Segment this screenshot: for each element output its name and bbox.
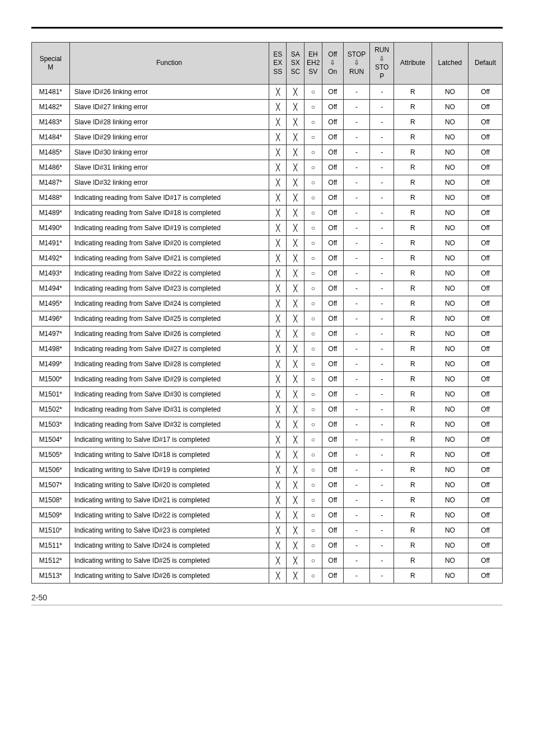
cell-special-m: M1484* <box>32 130 70 145</box>
cell-run: - <box>370 417 394 432</box>
header-special-m: SpecialM <box>32 43 70 85</box>
cell-stop: - <box>343 508 369 523</box>
cell-run: - <box>370 387 394 402</box>
cell-sa: ╳ <box>287 568 305 584</box>
table-row: M1500*Indicating reading from Salve ID#2… <box>32 372 503 387</box>
cell-stop: - <box>343 342 369 357</box>
cell-eh: ○ <box>305 523 322 538</box>
table-row: M1494*Indicating reading from Salve ID#2… <box>32 281 503 296</box>
cell-special-m: M1498* <box>32 342 70 357</box>
cell-latched: NO <box>432 281 468 296</box>
cell-sa: ╳ <box>287 251 305 266</box>
cell-off: Off <box>322 478 343 493</box>
cell-default: Off <box>469 447 503 463</box>
cell-attribute: R <box>394 190 432 206</box>
cell-special-m: M1504* <box>32 432 70 447</box>
page-number: 2-50 <box>31 593 47 602</box>
table-row: M1485*Slave ID#30 linking error╳╳○Off--R… <box>32 145 503 160</box>
cell-latched: NO <box>432 100 468 115</box>
cell-stop: - <box>343 115 369 130</box>
cell-attribute: R <box>394 508 432 523</box>
cell-default: Off <box>469 402 503 417</box>
cell-special-m: M1507* <box>32 478 70 493</box>
table-row: M1509*Indicating writing to Salve ID#22 … <box>32 508 503 523</box>
cell-special-m: M1491* <box>32 236 70 251</box>
cell-es: ╳ <box>269 100 287 115</box>
header-latched-label: Latched <box>438 59 462 67</box>
table-row: M1499*Indicating reading from Salve ID#2… <box>32 357 503 372</box>
cell-run: - <box>370 115 394 130</box>
cell-es: ╳ <box>269 523 287 538</box>
cell-stop: - <box>343 85 369 100</box>
cell-sa: ╳ <box>287 100 305 115</box>
cell-eh: ○ <box>305 296 322 311</box>
cell-default: Off <box>469 523 503 538</box>
cell-es: ╳ <box>269 553 287 568</box>
cell-eh: ○ <box>305 447 322 463</box>
cell-stop: - <box>343 160 369 175</box>
cell-special-m: M1494* <box>32 281 70 296</box>
header-attribute-label: Attribute <box>400 59 425 67</box>
cell-attribute: R <box>394 175 432 190</box>
cell-run: - <box>370 357 394 372</box>
cell-function: Slave ID#31 linking error <box>69 160 269 175</box>
cell-latched: NO <box>432 251 468 266</box>
cell-stop: - <box>343 251 369 266</box>
cell-function: Indicating reading from Salve ID#23 is c… <box>69 281 269 296</box>
cell-latched: NO <box>432 236 468 251</box>
cell-function: Indicating reading from Salve ID#31 is c… <box>69 402 269 417</box>
cell-function: Indicating writing to Salve ID#24 is com… <box>69 538 269 553</box>
cell-latched: NO <box>432 523 468 538</box>
cell-function: Indicating reading from Salve ID#26 is c… <box>69 326 269 342</box>
cell-attribute: R <box>394 296 432 311</box>
cell-function: Indicating reading from Salve ID#20 is c… <box>69 236 269 251</box>
header-off-label: Off <box>328 50 337 58</box>
cell-attribute: R <box>394 281 432 296</box>
cell-stop: - <box>343 523 369 538</box>
cell-sa: ╳ <box>287 372 305 387</box>
cell-es: ╳ <box>269 236 287 251</box>
cell-es: ╳ <box>269 357 287 372</box>
cell-special-m: M1485* <box>32 145 70 160</box>
cell-attribute: R <box>394 145 432 160</box>
cell-run: - <box>370 251 394 266</box>
cell-run: - <box>370 175 394 190</box>
cell-function: Slave ID#30 linking error <box>69 145 269 160</box>
cell-stop: - <box>343 326 369 342</box>
cell-eh: ○ <box>305 387 322 402</box>
cell-es: ╳ <box>269 160 287 175</box>
cell-default: Off <box>469 432 503 447</box>
header-on-label: On <box>328 68 337 76</box>
table-row: M1504*Indicating writing to Salve ID#17 … <box>32 432 503 447</box>
header-eh-eh2-sv: EHEH2SV <box>305 43 322 85</box>
table-row: M1508*Indicating writing to Salve ID#21 … <box>32 493 503 508</box>
cell-es: ╳ <box>269 281 287 296</box>
cell-off: Off <box>322 387 343 402</box>
cell-default: Off <box>469 175 503 190</box>
cell-run: - <box>370 130 394 145</box>
table-row: M1502*Indicating reading from Salve ID#3… <box>32 402 503 417</box>
cell-off: Off <box>322 568 343 584</box>
table-row: M1507*Indicating writing to Salve ID#20 … <box>32 478 503 493</box>
cell-default: Off <box>469 538 503 553</box>
cell-sa: ╳ <box>287 478 305 493</box>
cell-function: Indicating reading from Salve ID#19 is c… <box>69 221 269 236</box>
cell-run: - <box>370 160 394 175</box>
cell-eh: ○ <box>305 130 322 145</box>
cell-es: ╳ <box>269 190 287 206</box>
cell-function: Slave ID#26 linking error <box>69 85 269 100</box>
cell-es: ╳ <box>269 130 287 145</box>
cell-off: Off <box>322 175 343 190</box>
cell-attribute: R <box>394 402 432 417</box>
cell-stop: - <box>343 311 369 326</box>
cell-off: Off <box>322 251 343 266</box>
cell-es: ╳ <box>269 85 287 100</box>
header-eh-eh2-sv-label: EHEH2SV <box>307 50 320 76</box>
cell-special-m: M1500* <box>32 372 70 387</box>
cell-special-m: M1502* <box>32 402 70 417</box>
cell-special-m: M1497* <box>32 326 70 342</box>
table-row: M1510*Indicating writing to Salve ID#23 … <box>32 523 503 538</box>
cell-latched: NO <box>432 432 468 447</box>
cell-latched: NO <box>432 372 468 387</box>
cell-sa: ╳ <box>287 296 305 311</box>
